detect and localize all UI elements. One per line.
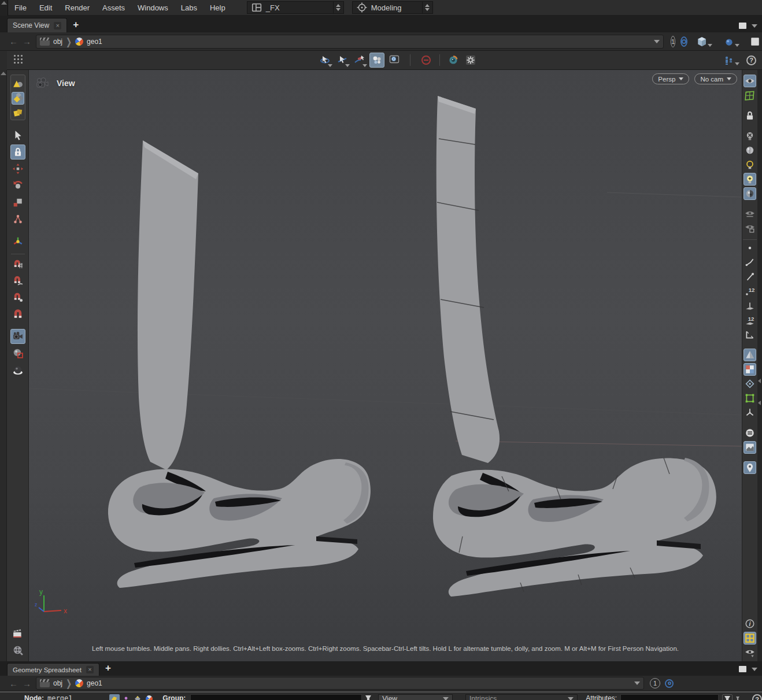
hide-other-objects-toggle[interactable] xyxy=(743,222,756,235)
handles-tool[interactable] xyxy=(10,234,25,249)
viewport-layout-button[interactable] xyxy=(743,427,756,439)
group-input[interactable] xyxy=(190,694,362,700)
show-vertices-button[interactable] xyxy=(121,694,131,700)
shelf-spinner[interactable] xyxy=(423,1,433,14)
projection-menu-button[interactable]: Persp xyxy=(652,73,689,84)
tab-scene-view[interactable]: Scene View × xyxy=(7,18,67,32)
display-options-button[interactable] xyxy=(463,53,478,68)
shadows-toggle[interactable] xyxy=(743,187,756,200)
nav-forward-icon[interactable]: → xyxy=(23,679,31,688)
snap-point-toggle[interactable] xyxy=(10,290,25,305)
attributes-input[interactable] xyxy=(620,694,719,700)
normal-lighting-toggle[interactable] xyxy=(743,158,756,171)
pane-gutter-handle[interactable] xyxy=(0,0,8,16)
memory-usage-button[interactable] xyxy=(724,55,739,65)
model-left-smooth[interactable] xyxy=(108,140,371,588)
brush-tool-button[interactable] xyxy=(352,53,367,68)
select-arrow-tool[interactable] xyxy=(10,128,25,143)
shading-menu-button[interactable] xyxy=(724,36,745,47)
mode-objects-button[interactable] xyxy=(12,77,24,90)
pane-maximize-icon[interactable] xyxy=(739,23,746,29)
render-view-button[interactable] xyxy=(446,53,461,68)
path-dropdown-icon[interactable] xyxy=(654,40,660,43)
display-point-normals-toggle[interactable] xyxy=(743,256,756,269)
menu-assets[interactable]: Assets xyxy=(96,0,131,16)
select-objects-mode-button[interactable] xyxy=(369,53,384,68)
new-tab-button[interactable]: + xyxy=(73,19,79,31)
smooth-shading-toggle[interactable] xyxy=(743,349,756,361)
show-geometry-toggle[interactable] xyxy=(743,75,756,87)
display-uv-grid-toggle[interactable] xyxy=(743,392,756,405)
snapshot-number-badge[interactable]: 1 xyxy=(671,36,675,47)
headlight-toggle[interactable] xyxy=(743,144,756,157)
scene-path-field[interactable]: obj ❯ geo1 xyxy=(36,35,664,49)
new-tab-button[interactable]: + xyxy=(105,662,111,674)
display-point-trails-toggle[interactable] xyxy=(743,271,756,283)
camera-select-button[interactable]: No cam xyxy=(694,73,737,84)
quad-layout-button[interactable] xyxy=(743,632,756,645)
radial-menu-icon[interactable] xyxy=(680,36,687,47)
desktop-spinner[interactable] xyxy=(334,1,344,14)
show-points-button[interactable] xyxy=(109,694,120,700)
menu-windows[interactable]: Windows xyxy=(131,0,175,16)
show-detail-button[interactable] xyxy=(144,694,154,700)
tab-close-icon[interactable]: × xyxy=(86,666,94,673)
view-tool-button[interactable] xyxy=(317,53,332,68)
shelf-selector[interactable]: Modeling xyxy=(352,1,423,14)
view-mode-select[interactable]: View xyxy=(378,694,453,700)
tab-geometry-spreadsheet[interactable]: Geometry Spreadsheet × xyxy=(7,663,99,676)
scene-viewport[interactable]: View Persp No cam Left mouse tumbles. Mi… xyxy=(29,70,742,661)
spreadsheet-path-field[interactable]: obj ❯ geo1 xyxy=(36,677,644,690)
display-points-toggle[interactable] xyxy=(743,242,756,254)
flipbook-tool[interactable] xyxy=(10,362,25,377)
hide-selected-button[interactable] xyxy=(419,53,434,68)
rotate-tool[interactable] xyxy=(10,178,25,193)
menu-render[interactable]: Render xyxy=(58,0,96,16)
snap-multi-toggle[interactable] xyxy=(10,306,25,321)
right-pane-scrollbar[interactable] xyxy=(757,70,762,661)
model-right-faceted[interactable] xyxy=(433,96,716,597)
display-prim-numbers-toggle[interactable]: 12 xyxy=(743,314,756,327)
attribute-filter-button[interactable] xyxy=(722,694,733,700)
geometry-menu-button[interactable] xyxy=(697,36,718,47)
left-pane-gutter[interactable] xyxy=(0,70,7,661)
path-segment-obj[interactable]: obj xyxy=(40,38,62,46)
desktop-selector[interactable]: _FX xyxy=(247,1,334,14)
radial-menu-icon[interactable] xyxy=(665,679,674,688)
help-icon[interactable]: ? xyxy=(746,55,756,65)
viewport-name-label[interactable]: View xyxy=(36,77,75,89)
display-origin-toggle[interactable] xyxy=(743,328,756,341)
stow-panel-button[interactable] xyxy=(750,36,762,47)
menu-labs[interactable]: Labs xyxy=(175,0,204,16)
render-region-tool[interactable] xyxy=(10,346,25,361)
flipbook-viewer-button[interactable] xyxy=(10,643,25,658)
pane-maximize-icon[interactable] xyxy=(739,666,746,672)
path-dropdown-icon[interactable] xyxy=(634,682,640,685)
menu-help[interactable]: Help xyxy=(204,0,232,16)
attribute-filter-menu-button[interactable] xyxy=(733,694,743,700)
translate-tool[interactable] xyxy=(10,161,25,176)
menu-edit[interactable]: Edit xyxy=(33,0,58,16)
mode-geometry-button[interactable] xyxy=(12,92,24,105)
uv-overlay-toggle[interactable] xyxy=(743,89,756,102)
snapshot-number-badge[interactable]: 1 xyxy=(650,678,660,688)
view-camera-tool[interactable] xyxy=(10,329,25,344)
high-quality-lighting-toggle[interactable] xyxy=(743,173,756,186)
no-lighting-toggle[interactable] xyxy=(743,129,756,142)
display-point-numbers-toggle[interactable]: 12 xyxy=(743,285,756,298)
lock-camera-toggle[interactable] xyxy=(743,109,756,122)
tab-close-icon[interactable]: × xyxy=(54,22,61,29)
nav-back-icon[interactable]: ← xyxy=(9,36,18,46)
pane-menu-icon[interactable] xyxy=(752,668,757,671)
snapshot-view-button[interactable] xyxy=(743,441,756,454)
path-segment-geo1[interactable]: geo1 xyxy=(75,38,102,46)
scale-tool[interactable] xyxy=(10,195,25,210)
snap-curve-toggle[interactable] xyxy=(10,273,25,288)
spreadsheet-help-icon[interactable]: ? xyxy=(752,694,762,700)
display-particles-toggle[interactable] xyxy=(743,406,756,419)
pane-menu-icon[interactable] xyxy=(752,24,757,28)
show-prims-button[interactable] xyxy=(132,694,143,700)
viewport-info-button[interactable]: i xyxy=(743,617,756,630)
secure-selection-toggle[interactable] xyxy=(10,145,25,160)
visibility-menu-button[interactable] xyxy=(743,646,756,659)
